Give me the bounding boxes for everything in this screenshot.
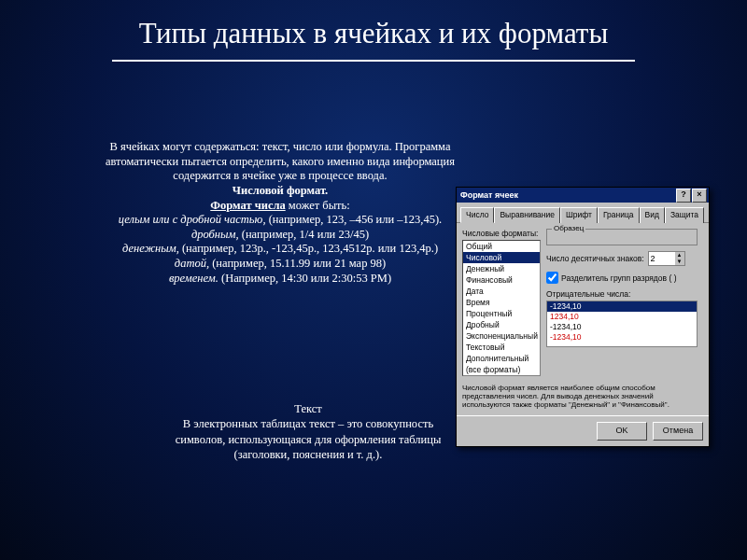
main-text: В ячейках могут содержаться: текст, числ… [103, 140, 458, 286]
tab-border[interactable]: Граница [598, 207, 640, 223]
list-item[interactable]: Текстовый [463, 342, 540, 353]
sample-label: Образец [552, 224, 585, 232]
text-section: Текст В электронных таблицах текст – это… [168, 401, 448, 462]
format-number-line: Формат числа может быть: [103, 199, 458, 214]
list-item[interactable]: Дробный [463, 319, 540, 330]
separator-input[interactable] [546, 272, 558, 284]
decimals-label: Число десятичных знаков: [546, 254, 644, 263]
list-item[interactable]: Денежный [463, 263, 540, 274]
list-item[interactable]: Финансовый [463, 274, 540, 286]
list-item[interactable]: Дата [463, 286, 540, 297]
cancel-button[interactable]: Отмена [653, 422, 703, 441]
list-item[interactable]: Числовой [463, 252, 540, 263]
text-header: Текст [168, 401, 448, 416]
line-date: датой, (например, 15.11.99 или 21 мар 98… [103, 257, 458, 272]
dialog-title: Формат ячеек [460, 190, 518, 200]
dialog-tabs: Число Выравнивание Шрифт Граница Вид Защ… [457, 203, 709, 223]
format-cells-dialog: Формат ячеек ? × Число Выравнивание Шриф… [456, 187, 710, 447]
spinner-arrows-icon[interactable]: ▲▼ [675, 252, 684, 265]
title-underline [112, 60, 635, 62]
text-body: В электронных таблицах текст – это совок… [168, 416, 448, 462]
formats-label: Числовые форматы: [462, 229, 541, 238]
sample-box: Образец [546, 229, 698, 245]
negatives-listbox[interactable]: -1234,10 1234,10 -1234,10 -1234,10 [546, 301, 698, 347]
line-integer: целым или с дробной частью, (например, 1… [103, 213, 458, 228]
neg-item[interactable]: -1234,10 [547, 322, 697, 332]
formats-listbox[interactable]: Общий Числовой Денежный Финансовый Дата … [462, 240, 541, 376]
line-fraction: дробным, (например, 1/4 или 23/45) [103, 228, 458, 243]
tab-number[interactable]: Число [460, 207, 494, 223]
slide-title: Типы данных в ячейках и их форматы [0, 0, 747, 56]
decimals-input[interactable] [649, 253, 675, 264]
tab-font[interactable]: Шрифт [560, 207, 598, 223]
neg-item[interactable]: 1234,10 [547, 312, 697, 322]
neg-item[interactable]: -1234,10 [547, 301, 697, 312]
ok-button[interactable]: OK [597, 422, 647, 441]
intro-paragraph: В ячейках могут содержаться: текст, числ… [103, 140, 458, 184]
neg-item[interactable]: -1234,10 [547, 332, 697, 343]
line-money: денежным, (например, 123р., -123,45р., 1… [103, 242, 458, 257]
list-item[interactable]: Время [463, 297, 540, 308]
list-item[interactable]: Общий [463, 241, 540, 252]
thousands-separator-checkbox[interactable]: Разделитель групп разрядов ( ) [546, 272, 703, 284]
tab-protection[interactable]: Защита [665, 207, 704, 223]
line-time: временем. (Например, 14:30 или 2:30:53 P… [103, 272, 458, 287]
dialog-titlebar[interactable]: Формат ячеек ? × [457, 188, 709, 203]
negatives-label: Отрицательные числа: [546, 289, 703, 299]
numeric-format-header: Числовой формат. [103, 184, 458, 199]
close-button[interactable]: × [692, 189, 707, 203]
list-item[interactable]: (все форматы) [463, 364, 540, 375]
decimals-spinner[interactable]: ▲▼ [648, 251, 685, 266]
list-item[interactable]: Дополнительный [463, 353, 540, 364]
help-button[interactable]: ? [676, 189, 691, 203]
list-item[interactable]: Процентный [463, 308, 540, 319]
tab-view[interactable]: Вид [640, 207, 665, 223]
tab-alignment[interactable]: Выравнивание [494, 207, 560, 223]
format-description: Числовой формат является наиболее общим … [462, 384, 703, 410]
list-item[interactable]: Экспоненциальный [463, 330, 540, 342]
